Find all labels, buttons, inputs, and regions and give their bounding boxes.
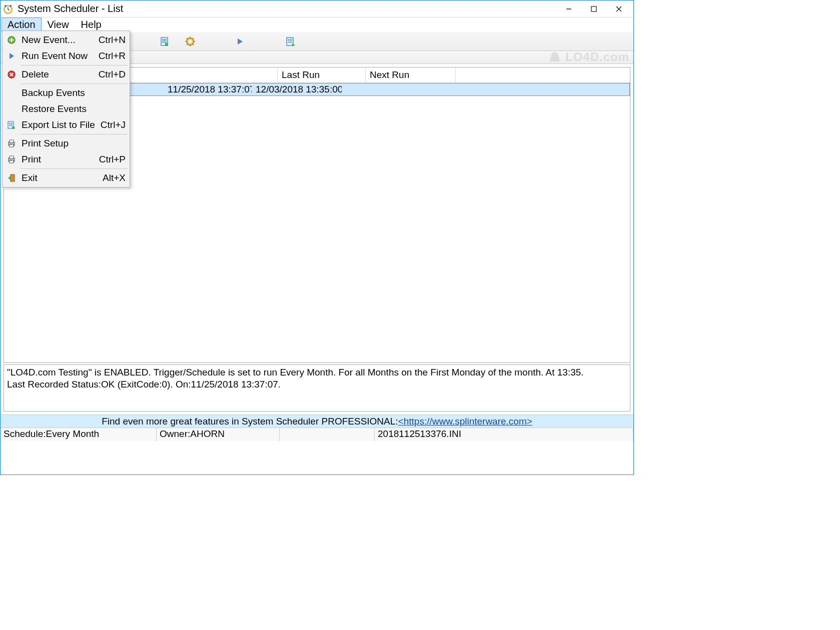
svg-rect-11 (162, 39, 167, 40)
cell-last-run: 11/25/2018 13:37:07 (164, 83, 252, 96)
close-button[interactable] (606, 2, 631, 16)
promo-strip: Find even more great features in System … (1, 414, 633, 428)
svg-marker-30 (292, 44, 295, 46)
svg-point-16 (189, 40, 192, 43)
svg-line-21 (187, 38, 188, 39)
svg-rect-28 (288, 40, 292, 41)
svg-rect-39 (9, 123, 13, 124)
minimize-button[interactable] (556, 2, 581, 16)
svg-rect-13 (162, 42, 167, 42)
svg-rect-45 (10, 144, 14, 147)
menu-print-setup[interactable]: Print Setup (4, 136, 129, 152)
action-menu: New Event... Ctrl+N Run Event Now Ctrl+R… (2, 30, 130, 188)
menu-new-event[interactable]: New Event... Ctrl+N (4, 32, 129, 48)
status-blank (280, 428, 375, 441)
col-last-run[interactable]: Last Run (278, 68, 366, 82)
svg-marker-34 (10, 53, 14, 59)
menu-delete[interactable]: Delete Ctrl+D (4, 66, 129, 82)
svg-rect-40 (9, 124, 13, 125)
menu-restore-events[interactable]: Restore Events (4, 101, 129, 117)
details-line1: "LO4D.com Testing" is ENABLED. Trigger/S… (7, 366, 627, 378)
details-panel: "LO4D.com Testing" is ENABLED. Trigger/S… (4, 364, 630, 412)
status-file: 2018112513376.INI (375, 428, 633, 441)
svg-rect-47 (10, 156, 14, 158)
svg-rect-7 (591, 6, 596, 12)
status-owner: Owner:AHORN (157, 428, 280, 441)
svg-rect-48 (10, 160, 14, 163)
titlebar: System Scheduler - List (1, 0, 633, 18)
svg-rect-14 (165, 43, 168, 46)
svg-rect-49 (11, 174, 15, 182)
col-next-run[interactable]: Next Run (366, 68, 456, 82)
menu-export-list[interactable]: Export List to File Ctrl+J (4, 117, 129, 133)
menubar: Action View Help (1, 18, 633, 32)
cell-next-run: 12/03/2018 13:35:00 (252, 83, 342, 96)
toolbar-log-icon[interactable] (281, 34, 300, 50)
delete-icon (6, 70, 18, 79)
svg-line-23 (193, 38, 194, 39)
svg-rect-44 (10, 140, 14, 142)
toolbar-export-icon[interactable] (156, 34, 175, 50)
svg-rect-12 (162, 40, 167, 41)
menu-action[interactable]: Action (2, 18, 42, 32)
app-icon (3, 4, 14, 14)
svg-rect-42 (12, 126, 15, 129)
play-icon (6, 52, 18, 60)
menu-run-event[interactable]: Run Event Now Ctrl+R (4, 48, 129, 64)
svg-rect-27 (288, 39, 292, 40)
menu-backup-events[interactable]: Backup Events (4, 85, 129, 101)
printer-icon (6, 155, 18, 164)
status-schedule: Schedule:Every Month (1, 428, 157, 441)
promo-link[interactable]: <https://www.splinterware.com> (398, 416, 532, 427)
menu-exit[interactable]: Exit Alt+X (4, 170, 129, 186)
svg-marker-25 (238, 38, 243, 44)
watermark: LO4D.com (548, 50, 629, 64)
printer-icon (6, 139, 18, 148)
svg-point-4 (5, 4, 7, 6)
svg-point-5 (10, 4, 12, 6)
maximize-button[interactable] (581, 2, 606, 16)
svg-line-24 (187, 44, 188, 45)
exit-icon (6, 174, 18, 182)
window-title: System Scheduler - List (18, 3, 123, 14)
svg-marker-50 (8, 176, 11, 180)
svg-line-22 (193, 44, 194, 45)
svg-rect-41 (9, 126, 13, 126)
add-icon (6, 36, 18, 44)
promo-text: Find even more great features in System … (102, 416, 398, 427)
export-icon (6, 120, 18, 130)
toolbar-play-icon[interactable] (231, 34, 250, 50)
details-line2: Last Recorded Status:OK (ExitCode:0). On… (7, 378, 627, 390)
menu-view[interactable]: View (42, 18, 75, 32)
toolbar-settings-icon[interactable] (181, 34, 200, 50)
menu-help[interactable]: Help (75, 18, 108, 32)
menu-print[interactable]: Print Ctrl+P (4, 152, 129, 168)
statusbar: Schedule:Every Month Owner:AHORN 2018112… (1, 428, 633, 441)
svg-rect-29 (288, 42, 292, 42)
